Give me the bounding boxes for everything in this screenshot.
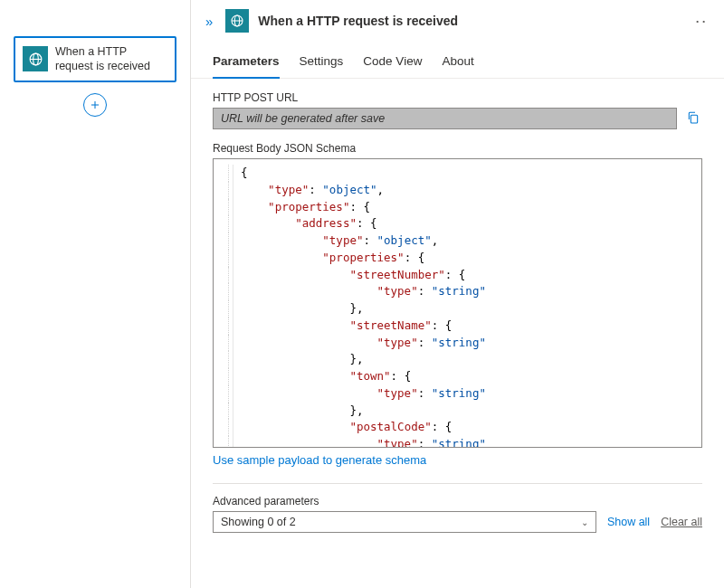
advanced-params-label: Advanced parameters xyxy=(213,495,702,507)
panel-body: HTTP POST URL URL will be generated afte… xyxy=(191,79,724,588)
section-divider xyxy=(213,483,702,484)
chevron-down-icon: ⌄ xyxy=(581,517,588,527)
panel-header: » When a HTTP request is received • • xyxy=(191,0,724,38)
schema-field-label: Request Body JSON Schema xyxy=(213,142,702,155)
copy-icon xyxy=(686,110,700,125)
details-panel: » When a HTTP request is received • • Pa… xyxy=(190,0,724,588)
trigger-node[interactable]: When a HTTP request is received xyxy=(14,36,176,82)
advanced-params-value: Showing 0 of 2 xyxy=(221,516,296,528)
show-all-link[interactable]: Show all xyxy=(607,516,650,528)
tab-parameters[interactable]: Parameters xyxy=(213,49,280,79)
trigger-node-label: When a HTTP request is received xyxy=(55,44,167,74)
use-sample-payload-link[interactable]: Use sample payload to generate schema xyxy=(213,453,426,467)
tab-about[interactable]: About xyxy=(442,49,473,79)
panel-title: When a HTTP request is received xyxy=(258,14,458,28)
collapse-panel-button[interactable]: » xyxy=(202,12,216,31)
canvas-panel: When a HTTP request is received xyxy=(0,0,190,588)
add-step-button[interactable] xyxy=(83,93,107,117)
http-trigger-icon xyxy=(23,46,48,71)
json-schema-editor[interactable]: { "type": "object", "properties": { "add… xyxy=(213,158,702,448)
http-trigger-icon xyxy=(225,9,249,33)
tab-settings[interactable]: Settings xyxy=(300,49,344,79)
svg-rect-8 xyxy=(691,115,697,123)
advanced-params-dropdown[interactable]: Showing 0 of 2 ⌄ xyxy=(213,511,596,533)
panel-tabs: Parameters Settings Code View About xyxy=(191,38,724,79)
copy-url-button[interactable] xyxy=(684,109,702,129)
tab-code-view[interactable]: Code View xyxy=(363,49,422,79)
panel-overflow-menu[interactable]: • • xyxy=(691,15,711,27)
plus-icon xyxy=(89,99,101,111)
http-post-url-field: URL will be generated after save xyxy=(213,108,677,129)
url-field-label: HTTP POST URL xyxy=(213,91,702,104)
clear-all-link[interactable]: Clear all xyxy=(661,516,702,528)
